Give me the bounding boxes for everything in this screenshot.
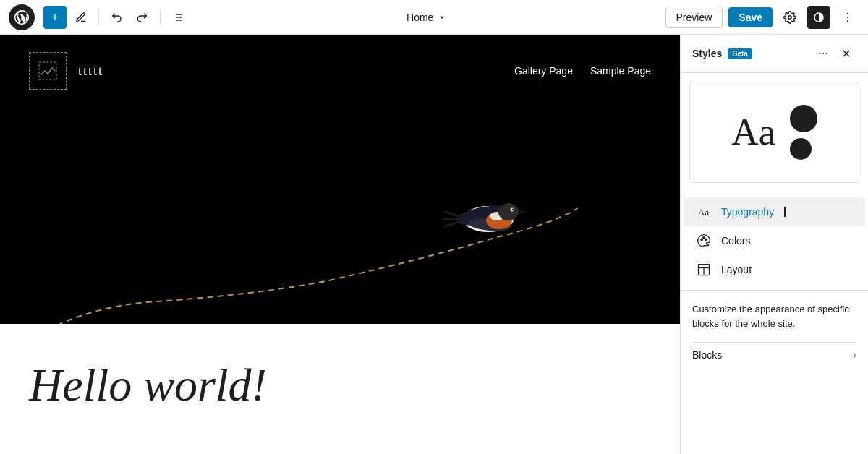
panel-more-button[interactable] [813,43,833,64]
svg-point-19 [819,53,820,54]
panel-header-actions [813,43,856,64]
pen-tool-button[interactable] [69,6,93,29]
below-hero-section: Hello world! [0,324,680,447]
list-view-button[interactable] [166,6,190,29]
add-block-button[interactable]: + [43,6,67,29]
colors-menu-item[interactable]: Colors [684,226,865,255]
style-preview-box[interactable]: Aa [689,82,859,183]
nav-title-text: Home [407,12,433,23]
settings-button[interactable] [778,6,801,29]
beta-badge: Beta [728,48,752,59]
typography-icon: Aa [695,203,712,220]
bird-container [0,35,680,324]
colors-icon [695,232,712,249]
wp-logo[interactable] [9,4,35,30]
style-dot-small [790,138,812,160]
toolbar-divider-2 [160,9,161,26]
page-nav-label[interactable]: Home [407,12,448,23]
style-preview-text: Aa [731,113,775,151]
canvas-area[interactable]: ttttt Gallery Page Sample Page [0,35,680,454]
style-preview-dots [790,105,817,160]
undo-button[interactable] [105,6,128,29]
svg-point-9 [847,20,848,22]
colors-label: Colors [721,235,750,247]
toolbar-left: + [9,4,190,30]
save-button[interactable]: Save [728,7,773,27]
page-content: ttttt Gallery Page Sample Page [0,35,680,454]
toolbar-divider-1 [98,9,99,26]
blocks-label: Blocks [692,349,722,361]
preview-button[interactable]: Preview [665,7,723,28]
svg-point-8 [847,16,848,17]
hello-world-heading: Hello world! [29,359,651,412]
typography-label: Typography [721,206,774,218]
styles-panel: Styles Beta Aa [680,35,868,454]
bird-svg [438,176,539,255]
toolbar-right: Preview Save [665,6,860,29]
layout-icon [695,261,712,278]
panel-bottom: Customize the appearance of specific blo… [681,291,868,454]
layout-label: Layout [721,264,752,275]
more-options-button[interactable] [836,6,859,29]
style-menu: Aa Typography Colors [681,192,868,291]
toolbar-center: Home [192,12,663,23]
svg-point-7 [847,12,848,14]
main-area: ttttt Gallery Page Sample Page [0,35,868,454]
svg-point-20 [822,53,824,54]
theme-toggle-button[interactable] [807,6,830,29]
svg-point-26 [703,237,705,239]
svg-point-21 [826,53,827,54]
svg-text:Aa: Aa [698,207,710,218]
typography-menu-item[interactable]: Aa Typography [684,197,865,226]
svg-point-25 [701,239,703,241]
redo-button[interactable] [131,6,154,29]
style-dot-large [790,105,817,132]
panel-close-button[interactable] [836,43,856,64]
panel-header: Styles Beta [681,35,868,73]
layout-menu-item[interactable]: Layout [684,255,865,284]
main-toolbar: + [0,0,868,35]
customize-text: Customize the appearance of specific blo… [692,302,856,330]
svg-point-18 [512,209,514,211]
blocks-chevron-icon: › [853,348,856,361]
cursor-indicator [784,207,786,217]
panel-title: Styles [692,48,722,59]
svg-point-27 [705,239,707,241]
blocks-row[interactable]: Blocks › [692,342,856,367]
svg-point-16 [498,203,519,220]
svg-point-6 [788,15,792,19]
dashed-path-svg [0,35,680,324]
hero-section: ttttt Gallery Page Sample Page [0,35,680,324]
